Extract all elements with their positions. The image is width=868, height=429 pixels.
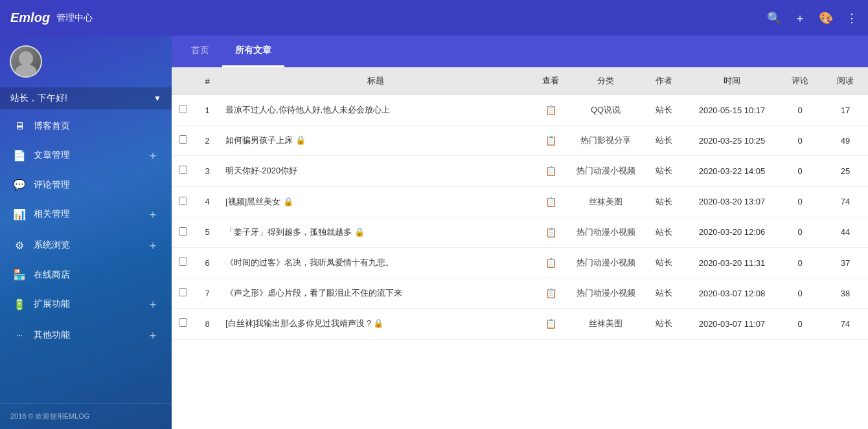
main-layout: 站长，下午好! ▼ 🖥 博客首页 📄 文章管理 ＋ 💬 评论管理 [0, 36, 868, 429]
row-title[interactable]: [视频]黑丝美女 🔒 [220, 186, 531, 217]
col-header-check [172, 67, 194, 95]
row-comment: 0 [777, 126, 823, 156]
col-header-time: 时间 [687, 67, 777, 95]
table-row: 8 [白丝袜]我输出那么多你见过我靖声没？🔒 📋 丝袜美图 站长 2020-03… [172, 309, 868, 339]
row-num: 4 [194, 186, 220, 217]
row-num: 8 [194, 309, 220, 339]
sidebar-item-extend-func[interactable]: 🔋 扩展功能 ＋ [0, 289, 172, 320]
table-row: 7 《声之形》虐心片段，看了眼泪止不住的流下来 📋 热门动漫小视频 站长 202… [172, 278, 868, 309]
row-title[interactable]: [白丝袜]我输出那么多你见过我靖声没？🔒 [220, 309, 531, 339]
view-file-icon[interactable]: 📋 [545, 197, 556, 207]
row-checkbox[interactable] [179, 135, 187, 144]
extend-func-plus-icon[interactable]: ＋ [147, 296, 159, 312]
palette-icon[interactable]: 🎨 [819, 11, 833, 25]
table-header-row: # 标题 查看 分类 作者 时间 评论 阅读 [172, 67, 868, 95]
row-comment: 0 [777, 309, 823, 339]
system-browse-plus-icon[interactable]: ＋ [147, 237, 159, 253]
row-read: 25 [823, 156, 868, 186]
row-author: 站长 [641, 156, 687, 186]
row-time: 2020-03-20 11:31 [687, 247, 777, 278]
row-title[interactable]: 明天你好-2020你好 [220, 156, 531, 186]
row-checkbox[interactable] [179, 318, 187, 327]
row-title[interactable]: 《时间的过客》名决，我听凤爱情十有九悲。 [220, 247, 531, 278]
row-num: 2 [194, 126, 220, 156]
row-num: 5 [194, 217, 220, 247]
row-checkbox-cell[interactable] [172, 217, 194, 247]
row-comment: 0 [777, 217, 823, 247]
row-checkbox[interactable] [179, 258, 187, 266]
row-checkbox-cell[interactable] [172, 247, 194, 278]
row-author: 站长 [641, 186, 687, 217]
row-checkbox[interactable] [179, 288, 187, 296]
table-row: 2 如何骗男孩子上床 🔒 📋 热门影视分享 站长 2020-03-25 10:2… [172, 126, 868, 156]
view-file-icon[interactable]: 📋 [545, 227, 556, 237]
other-func-plus-icon[interactable]: ＋ [147, 327, 159, 343]
row-title[interactable]: 《声之形》虐心片段，看了眼泪止不住的流下来 [220, 278, 531, 309]
table-row: 1 最凉不过人心,你待他人好,他人未必会放心上 📋 QQ说说 站长 2020-0… [172, 95, 868, 126]
row-title[interactable]: 最凉不过人心,你待他人好,他人未必会放心上 [220, 95, 531, 126]
row-read: 49 [823, 126, 868, 156]
row-view-icon-cell[interactable]: 📋 [531, 126, 570, 156]
sidebar-item-system-browse[interactable]: ⚙ 系统浏览 ＋ [0, 230, 172, 261]
row-category: 热门影视分享 [570, 126, 641, 156]
row-time: 2020-03-07 12:08 [687, 278, 777, 309]
row-checkbox-cell[interactable] [172, 309, 194, 339]
row-checkbox[interactable] [179, 105, 187, 113]
row-view-icon-cell[interactable]: 📋 [531, 186, 570, 217]
view-file-icon[interactable]: 📋 [545, 288, 556, 298]
row-view-icon-cell[interactable]: 📋 [531, 217, 570, 247]
row-num: 3 [194, 156, 220, 186]
sidebar-item-blog-home[interactable]: 🖥 博客首页 [0, 113, 172, 140]
col-header-author: 作者 [641, 67, 687, 95]
view-file-icon[interactable]: 📋 [545, 318, 556, 329]
row-author: 站长 [641, 217, 687, 247]
row-checkbox-cell[interactable] [172, 95, 194, 126]
row-time: 2020-03-20 13:07 [687, 186, 777, 217]
table-container: # 标题 查看 分类 作者 时间 评论 阅读 1 最凉不过人心,你待他人好,他人… [172, 67, 868, 429]
row-title[interactable]: 「姜子牙」得到越多，孤独就越多 🔒 [220, 217, 531, 247]
view-file-icon[interactable]: 📋 [545, 135, 556, 146]
table-row: 3 明天你好-2020你好 📋 热门动漫小视频 站长 2020-03-22 14… [172, 156, 868, 186]
row-view-icon-cell[interactable]: 📋 [531, 247, 570, 278]
row-checkbox-cell[interactable] [172, 126, 194, 156]
system-icon: ⚙ [13, 239, 26, 252]
row-checkbox-cell[interactable] [172, 278, 194, 309]
shop-icon: 🏪 [13, 269, 26, 281]
row-checkbox[interactable] [179, 227, 187, 236]
col-header-category: 分类 [570, 67, 641, 95]
search-icon[interactable]: 🔍 [767, 11, 781, 25]
sidebar-item-label-related: 相关管理 [34, 208, 70, 220]
row-title[interactable]: 如何骗男孩子上床 🔒 [220, 126, 531, 156]
row-checkbox[interactable] [179, 197, 187, 205]
row-view-icon-cell[interactable]: 📋 [531, 95, 570, 126]
tab-home[interactable]: 首页 [178, 36, 222, 67]
nav-menu: 🖥 博客首页 📄 文章管理 ＋ 💬 评论管理 📊 [0, 109, 172, 403]
sidebar-item-related-manage[interactable]: 📊 相关管理 ＋ [0, 199, 172, 230]
col-header-comment: 评论 [777, 67, 823, 95]
sidebar-item-other-func[interactable]: ··· 其他功能 ＋ [0, 320, 172, 351]
row-checkbox-cell[interactable] [172, 156, 194, 186]
tab-all-articles[interactable]: 所有文章 [222, 36, 284, 67]
comment-icon: 💬 [13, 179, 26, 191]
sidebar-item-label-shop: 在线商店 [34, 269, 70, 281]
row-checkbox[interactable] [179, 166, 187, 174]
view-file-icon[interactable]: 📋 [545, 166, 556, 176]
row-comment: 0 [777, 278, 823, 309]
sidebar-item-online-shop[interactable]: 🏪 在线商店 [0, 261, 172, 289]
more-icon[interactable]: ⋮ [846, 11, 858, 25]
related-manage-plus-icon[interactable]: ＋ [147, 206, 159, 222]
row-view-icon-cell[interactable]: 📋 [531, 156, 570, 186]
row-checkbox-cell[interactable] [172, 186, 194, 217]
view-file-icon[interactable]: 📋 [545, 258, 556, 268]
row-comment: 0 [777, 186, 823, 217]
sidebar-item-comment-manage[interactable]: 💬 评论管理 [0, 171, 172, 199]
row-view-icon-cell[interactable]: 📋 [531, 309, 570, 339]
plus-icon[interactable]: ＋ [794, 10, 806, 26]
view-file-icon[interactable]: 📋 [545, 105, 556, 115]
sidebar-item-article-manage[interactable]: 📄 文章管理 ＋ [0, 140, 172, 171]
col-header-num: # [194, 67, 220, 95]
row-view-icon-cell[interactable]: 📋 [531, 278, 570, 309]
logo: Emlog [10, 10, 50, 25]
article-manage-plus-icon[interactable]: ＋ [147, 148, 159, 163]
greeting-bar[interactable]: 站长，下午好! ▼ [0, 87, 172, 109]
